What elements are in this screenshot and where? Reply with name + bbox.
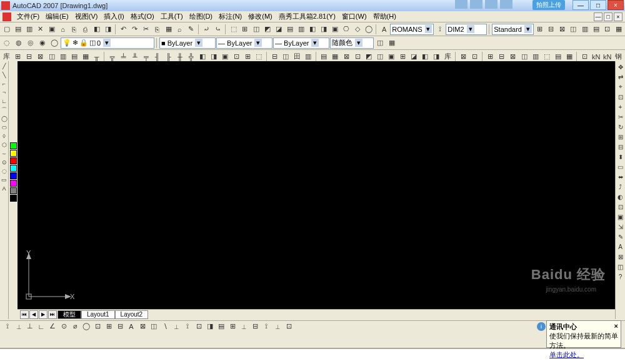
yx-btn-13[interactable]: ╢ [152, 51, 162, 62]
menu-格式(O)[interactable]: 格式(O) [128, 12, 158, 21]
textstyle-select[interactable]: ROMANS▾ [390, 24, 434, 35]
comm-close-button[interactable]: × [614, 322, 618, 332]
yx-btn-50[interactable]: kN [591, 51, 601, 62]
zoom-btn-1[interactable]: ⤿ [212, 24, 223, 35]
doc-max-button[interactable]: □ [604, 12, 612, 21]
tab-nav-0[interactable]: ⏮ [20, 310, 29, 319]
color-select[interactable]: ■ ByLayer▾ [159, 37, 216, 49]
ws-btn-6[interactable]: ⊡ [602, 24, 612, 35]
nav-btn-12[interactable]: ◯ [363, 24, 374, 35]
nav-btn-10[interactable]: ⎔ [341, 24, 351, 35]
modify-btn-7[interactable]: ⊞ [616, 132, 625, 141]
yx-btn-36[interactable]: ◧ [420, 51, 431, 62]
yx-btn-26[interactable]: ▥ [303, 51, 314, 62]
ws-btn-0[interactable]: ⊞ [534, 24, 545, 35]
yx-btn-47[interactable]: ▤ [552, 51, 563, 62]
tab-nav-3[interactable]: ⏭ [48, 310, 57, 319]
yx-btn-16[interactable]: ╬ [186, 51, 196, 62]
std-btn-1[interactable]: ▤ [12, 24, 23, 35]
dim-btn-7[interactable]: ◯ [81, 322, 91, 332]
ws-btn-1[interactable]: ⊟ [546, 24, 556, 35]
yx-btn-35[interactable]: ◪ [409, 51, 419, 62]
modify-btn-0[interactable]: ✥ [616, 62, 625, 71]
layer-btn-4[interactable]: ◯ [49, 37, 60, 49]
yx-btn-5[interactable]: ▥ [58, 51, 68, 62]
nav-btn-4[interactable]: ◪ [273, 24, 284, 35]
ws-btn-5[interactable]: ▤ [591, 24, 601, 35]
menu-帮助(H)[interactable]: 帮助(H) [370, 12, 399, 21]
dim-btn-25[interactable]: ⊡ [284, 322, 294, 332]
dim-btn-11[interactable]: A [126, 322, 136, 332]
swatch-3[interactable] [10, 165, 17, 172]
modify-btn-21[interactable]: ? [616, 272, 625, 281]
dim-btn-14[interactable]: ∖ [160, 322, 170, 332]
dim-btn-22[interactable]: ⊟ [250, 322, 260, 332]
dim-btn-18[interactable]: ◨ [205, 322, 215, 332]
yx-btn-38[interactable]: 库 [442, 51, 453, 62]
yx-btn-14[interactable]: ╟ [163, 51, 174, 62]
dim-btn-20[interactable]: ⊞ [228, 322, 238, 332]
edit-btn-4[interactable]: ▦ [163, 24, 174, 35]
dim-btn-3[interactable]: ∟ [36, 322, 46, 332]
dim-btn-17[interactable]: ⊡ [194, 322, 204, 332]
yx-btn-8[interactable]: ╥ [91, 51, 102, 62]
yx-btn-43[interactable]: ⊠ [508, 51, 518, 62]
menu-编辑(E)[interactable]: 编辑(E) [42, 12, 72, 21]
minimize-button[interactable]: — [572, 0, 589, 10]
menu-工具(T)[interactable]: 工具(T) [158, 12, 186, 21]
yx-btn-44[interactable]: ◫ [519, 51, 529, 62]
dim-btn-16[interactable]: ⟟ [182, 322, 192, 332]
yx-btn-31[interactable]: ◩ [364, 51, 374, 62]
dim-btn-9[interactable]: ⊞ [104, 322, 114, 332]
draw-btn-13[interactable]: ▭ [1, 176, 8, 184]
draw-btn-4[interactable]: ∟ [1, 97, 8, 105]
modify-btn-4[interactable]: + [616, 102, 625, 111]
nav-btn-11[interactable]: ◇ [352, 24, 362, 35]
draw-btn-9[interactable]: ⬡ [1, 141, 8, 149]
modify-btn-8[interactable]: ⊟ [616, 142, 625, 151]
yx-btn-34[interactable]: ⊞ [398, 51, 408, 62]
menu-标注(N)[interactable]: 标注(N) [216, 12, 245, 21]
dim-btn-1[interactable]: ⟂ [14, 322, 24, 332]
dim-btn-13[interactable]: ◫ [149, 322, 159, 332]
menu-燕秀工具箱2.81(Y)[interactable]: 燕秀工具箱2.81(Y) [276, 12, 339, 21]
dim-btn-12[interactable]: ⊠ [138, 322, 148, 332]
draw-btn-1[interactable]: ╲ [1, 71, 8, 79]
yx-btn-25[interactable]: 田 [292, 51, 302, 62]
swatch-7[interactable] [10, 195, 17, 202]
lineweight-select[interactable]: — ByLayer▾ [273, 37, 329, 49]
yx-btn-22[interactable]: ⬚ [254, 51, 264, 62]
dim-btn-24[interactable]: ⟂ [272, 322, 282, 332]
yx-btn-42[interactable]: ⊟ [496, 51, 507, 62]
yx-btn-52[interactable]: 钢 [613, 51, 624, 62]
yx-btn-48[interactable]: ▦ [564, 51, 574, 62]
edit-btn-2[interactable]: ✂ [141, 24, 151, 35]
yx-btn-39[interactable]: ⊠ [458, 51, 469, 62]
edit-btn-3[interactable]: ⎘ [152, 24, 162, 35]
ws-btn-4[interactable]: ▥ [579, 24, 590, 35]
yx-btn-37[interactable]: ◨ [431, 51, 442, 62]
command-input[interactable] [0, 349, 625, 364]
nav-btn-0[interactable]: ⬚ [228, 24, 239, 35]
dim-btn-5[interactable]: ⊙ [59, 322, 69, 332]
edit-btn-1[interactable]: ↷ [129, 24, 140, 35]
menu-视图(V)[interactable]: 视图(V) [72, 12, 101, 21]
yx-btn-7[interactable]: ▦ [80, 51, 91, 62]
menu-修改(M)[interactable]: 修改(M) [245, 12, 276, 21]
dimstyle-select[interactable]: DIM2▾ [446, 24, 487, 35]
yx-btn-24[interactable]: ◫ [281, 51, 291, 62]
edit-btn-5[interactable]: ⌕ [174, 24, 185, 35]
std-btn-6[interactable]: ⎘ [69, 24, 79, 35]
dim-btn-19[interactable]: ▤ [216, 322, 226, 332]
nav-btn-7[interactable]: ◧ [307, 24, 318, 35]
swatch-2[interactable] [10, 157, 17, 164]
plotstyle-select[interactable]: 随颜色▾ [330, 37, 374, 49]
layer-btn-3[interactable]: ◉ [37, 37, 48, 49]
tablestyle-select[interactable]: Standard▾ [492, 24, 534, 35]
std-btn-4[interactable]: ▣ [46, 24, 57, 35]
modify-btn-2[interactable]: ⌖ [616, 82, 625, 91]
yx-btn-46[interactable]: ⬚ [541, 51, 552, 62]
drawing-canvas[interactable]: X Y Baidu 经验 jingyan.baidu.com [18, 61, 615, 309]
yx-btn-21[interactable]: ⊞ [242, 51, 253, 62]
modify-btn-13[interactable]: ◐ [616, 192, 625, 201]
